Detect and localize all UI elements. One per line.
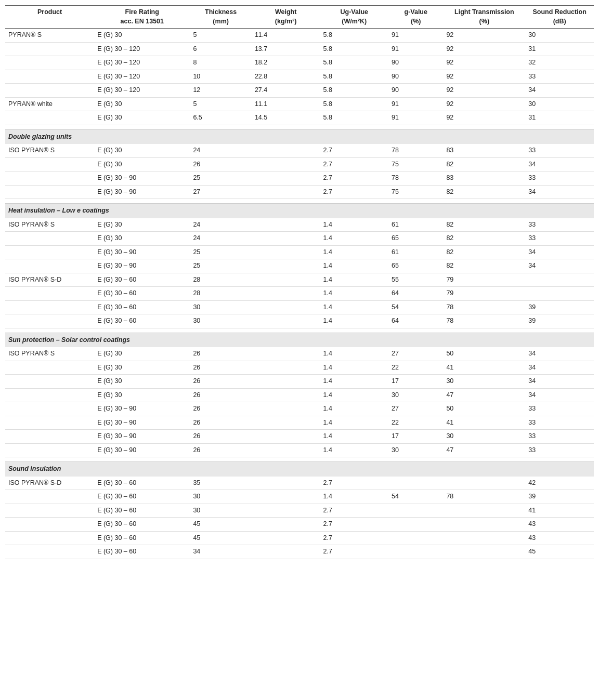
cell-ug_value: 2.7 [320,477,388,490]
cell-g_value: 90 [388,70,443,84]
cell-ug_value: 5.8 [320,111,388,125]
cell-thickness: 8 [190,56,251,70]
cell-sound_reduction: 43 [525,518,594,532]
cell-sound_reduction: 33 [525,232,594,246]
cell-thickness: 26 [190,416,251,430]
cell-light_transmission: 30 [443,375,525,389]
cell-product [5,430,94,444]
cell-g_value [388,531,443,545]
cell-weight: 22.8 [252,70,320,84]
cell-sound_reduction: 34 [525,157,594,171]
cell-thickness: 26 [190,430,251,444]
cell-ug_value: 5.8 [320,84,388,98]
cell-light_transmission [443,518,525,532]
cell-light_transmission [443,545,525,559]
cell-g_value [388,477,443,490]
cell-light_transmission [443,531,525,545]
cell-g_value: 27 [388,347,443,361]
cell-product [5,314,94,328]
cell-light_transmission: 78 [443,300,525,314]
spacer-row [5,328,594,333]
cell-ug_value: 1.4 [320,490,388,504]
cell-sound_reduction: 33 [525,430,594,444]
cell-product [5,185,94,199]
cell-ug_value: 2.7 [320,185,388,199]
cell-weight [252,273,320,287]
product-table: Product Fire Ratingacc. EN 13501 Thickne… [5,5,594,563]
table-row: E (G) 30 – 90261.4275033 [5,402,594,416]
cell-fire_rating: E (G) 30 – 120 [94,42,190,56]
spacer-row [5,559,594,563]
cell-g_value: 78 [388,144,443,157]
cell-weight [252,375,320,389]
cell-weight [252,477,320,490]
cell-thickness: 26 [190,347,251,361]
cell-weight [252,171,320,186]
cell-fire_rating: E (G) 30 – 60 [94,545,190,559]
cell-light_transmission: 82 [443,232,525,246]
spacer-row [5,457,594,462]
cell-sound_reduction: 34 [525,245,594,259]
table-row: ISO PYRAN® S-DE (G) 30 – 60281.45579 [5,273,594,287]
cell-thickness: 12 [190,84,251,98]
table-row: E (G) 30 – 1201227.45.8909234 [5,84,594,98]
table-row: ISO PYRAN® SE (G) 30242.7788333 [5,144,594,157]
cell-light_transmission: 50 [443,347,525,361]
cell-fire_rating: E (G) 30 – 60 [94,490,190,504]
cell-product [5,245,94,259]
cell-product: ISO PYRAN® S [5,144,94,157]
cell-fire_rating: E (G) 30 – 60 [94,273,190,287]
table-row: E (G) 30 – 90261.4224133 [5,416,594,430]
cell-product [5,157,94,171]
cell-product [5,416,94,430]
cell-ug_value: 1.4 [320,375,388,389]
cell-sound_reduction: 33 [525,402,594,416]
section-header: Sound insulation [5,462,594,477]
cell-ug_value: 1.4 [320,287,388,301]
cell-light_transmission: 92 [443,42,525,56]
cell-light_transmission: 82 [443,185,525,199]
section-header-label: Sound insulation [5,462,594,477]
cell-fire_rating: E (G) 30 – 60 [94,300,190,314]
cell-g_value: 61 [388,245,443,259]
cell-weight [252,314,320,328]
cell-g_value [388,518,443,532]
cell-thickness: 26 [190,157,251,171]
cell-sound_reduction: 33 [525,171,594,186]
cell-sound_reduction: 41 [525,504,594,518]
cell-product [5,504,94,518]
cell-light_transmission: 41 [443,361,525,375]
cell-g_value: 65 [388,232,443,246]
cell-weight [252,443,320,457]
cell-weight [252,490,320,504]
col-header-fire: Fire Ratingacc. EN 13501 [94,6,190,29]
cell-light_transmission: 50 [443,402,525,416]
cell-fire_rating: E (G) 30 [94,157,190,171]
table-row: E (G) 30 – 60302.741 [5,504,594,518]
cell-g_value: 61 [388,218,443,232]
cell-sound_reduction: 34 [525,347,594,361]
cell-sound_reduction: 39 [525,490,594,504]
cell-thickness: 26 [190,388,251,402]
section-header: Double glazing units [5,129,594,144]
cell-weight [252,402,320,416]
cell-product [5,171,94,186]
cell-fire_rating: E (G) 30 – 90 [94,416,190,430]
cell-thickness: 26 [190,443,251,457]
cell-weight: 11.4 [252,29,320,43]
cell-thickness: 24 [190,232,251,246]
cell-product [5,300,94,314]
cell-weight [252,430,320,444]
table-row: PYRAN® whiteE (G) 30511.15.8919230 [5,97,594,111]
cell-g_value: 22 [388,416,443,430]
cell-ug_value: 1.4 [320,232,388,246]
table-row: E (G) 30 – 90251.4618234 [5,245,594,259]
cell-g_value: 54 [388,300,443,314]
table-row: E (G) 30 – 90261.4304733 [5,443,594,457]
cell-sound_reduction: 39 [525,314,594,328]
cell-ug_value: 5.8 [320,97,388,111]
cell-light_transmission: 83 [443,171,525,186]
table-row: PYRAN® SE (G) 30511.45.8919230 [5,29,594,43]
cell-light_transmission: 47 [443,388,525,402]
cell-sound_reduction [525,287,594,301]
